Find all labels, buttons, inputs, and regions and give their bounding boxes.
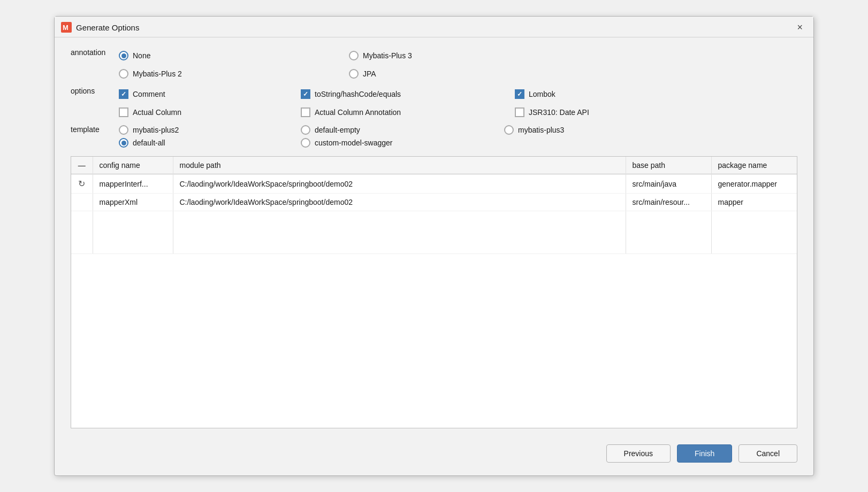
table-row[interactable]: ↻ mapperInterf... C:/laoding/work/IdeaWo… — [71, 174, 797, 194]
annotation-option-none[interactable]: None — [119, 48, 317, 63]
option-actual-column-label: Actual Column — [133, 108, 181, 117]
template-option-default-empty[interactable]: default-empty — [301, 125, 504, 135]
option-actual-column[interactable]: Actual Column — [119, 105, 301, 120]
checkbox-lombok[interactable]: ✓ — [515, 89, 524, 99]
annotation-none-label: None — [133, 51, 150, 60]
template-mybatis-plus3-label: mybatis-plus3 — [518, 126, 564, 134]
annotation-section: annotation None Mybatis-Plus 3 — [71, 48, 797, 81]
option-lombok[interactable]: ✓ Lombok — [515, 87, 697, 102]
table-cell-package-name-1: generator.mapper — [711, 174, 797, 194]
radio-mybatis-plus2[interactable] — [119, 69, 128, 79]
template-default-all-label: default-all — [133, 139, 165, 147]
annotation-option-jpa[interactable]: JPA — [349, 66, 531, 81]
template-option-custom-model-swagger[interactable]: custom-model-swagger — [301, 138, 461, 148]
template-custom-model-swagger-label: custom-model-swagger — [315, 139, 393, 147]
radio-none[interactable] — [119, 51, 128, 60]
annotation-mybatis-plus3-label: Mybatis-Plus 3 — [363, 51, 412, 60]
checkbox-tostring[interactable]: ✓ — [301, 89, 310, 99]
table-cell-package-name-2: mapper — [711, 194, 797, 211]
table-header-icon: — — [71, 157, 93, 174]
option-comment-label: Comment — [133, 90, 165, 98]
table-cell-config-name-2: mapperXml — [93, 194, 173, 211]
option-comment[interactable]: ✓ Comment — [119, 87, 301, 102]
radio-template-mybatis-plus2[interactable] — [119, 125, 128, 135]
table-cell-base-path-1: src/main/java — [626, 174, 711, 194]
dialog-icon: M — [61, 22, 72, 33]
table-row[interactable]: mapperXml C:/laoding/work/IdeaWorkSpace/… — [71, 194, 797, 211]
table-cell-base-path-2: src/main/resour... — [626, 194, 711, 211]
option-jsr310[interactable]: JSR310: Date API — [515, 105, 697, 120]
template-option-mybatis-plus2[interactable]: mybatis-plus2 — [119, 125, 301, 135]
template-option-default-all[interactable]: default-all — [119, 138, 301, 148]
radio-template-custom-model-swagger[interactable] — [301, 138, 310, 148]
title-bar: M Generate Options × — [55, 17, 813, 37]
table-header-config-name: config name — [93, 157, 173, 174]
radio-template-default-all[interactable] — [119, 138, 128, 148]
table-row-icon-1: ↻ — [71, 174, 93, 194]
options-section: options ✓ Comment ✓ toString/hashCode/ — [71, 87, 797, 120]
table-header-base-path: base path — [626, 157, 711, 174]
config-table: — config name module path base path pack… — [71, 156, 797, 428]
template-label: template — [71, 125, 119, 134]
radio-template-mybatis-plus3[interactable] — [504, 125, 514, 135]
template-section: template mybatis-plus2 default-empty myb… — [71, 125, 797, 148]
table-cell-config-name-1: mapperInterf... — [93, 174, 173, 194]
dialog-title: Generate Options — [76, 23, 795, 32]
table-cell-module-path-1: C:/laoding/work/IdeaWorkSpace/springboot… — [173, 174, 626, 194]
annotation-mybatis-plus2-label: Mybatis-Plus 2 — [133, 70, 182, 78]
option-lombok-label: Lombok — [529, 90, 555, 98]
table-header-module-path: module path — [173, 157, 626, 174]
table-cell-module-path-2: C:/laoding/work/IdeaWorkSpace/springboot… — [173, 194, 626, 211]
table-header-package-name: package name — [711, 157, 797, 174]
checkbox-actual-column[interactable] — [119, 107, 128, 117]
svg-text:M: M — [63, 24, 68, 32]
checkbox-actual-column-annotation[interactable] — [301, 107, 310, 117]
template-option-mybatis-plus3[interactable]: mybatis-plus3 — [504, 125, 665, 135]
finish-button[interactable]: Finish — [677, 444, 732, 463]
option-actual-column-annotation-label: Actual Column Annotation — [315, 108, 401, 117]
annotation-option-mybatis-plus3[interactable]: Mybatis-Plus 3 — [349, 48, 531, 63]
annotation-label: annotation — [71, 48, 119, 57]
checkbox-jsr310[interactable] — [515, 107, 524, 117]
option-tostring[interactable]: ✓ toString/hashCode/equals — [301, 87, 515, 102]
options-label: options — [71, 87, 119, 95]
cancel-button[interactable]: Cancel — [738, 444, 797, 463]
template-mybatis-plus2-label: mybatis-plus2 — [133, 126, 179, 134]
button-bar: Previous Finish Cancel — [55, 434, 813, 475]
option-jsr310-label: JSR310: Date API — [529, 108, 589, 117]
template-default-empty-label: default-empty — [315, 126, 360, 134]
table-row-icon-2 — [71, 194, 93, 211]
generate-options-dialog: M Generate Options × annotation None — [54, 16, 814, 476]
annotation-option-mybatis-plus2[interactable]: Mybatis-Plus 2 — [119, 66, 317, 81]
annotation-jpa-label: JPA — [363, 70, 376, 78]
radio-mybatis-plus3[interactable] — [349, 51, 359, 60]
option-actual-column-annotation[interactable]: Actual Column Annotation — [301, 105, 515, 120]
table-row-empty — [71, 211, 797, 254]
refresh-icon: ↻ — [78, 179, 85, 188]
option-tostring-label: toString/hashCode/equals — [315, 90, 401, 98]
checkbox-comment[interactable]: ✓ — [119, 89, 128, 99]
radio-template-default-empty[interactable] — [301, 125, 310, 135]
previous-button[interactable]: Previous — [606, 444, 671, 463]
close-button[interactable]: × — [795, 22, 805, 32]
radio-jpa[interactable] — [349, 69, 359, 79]
dialog-content: annotation None Mybatis-Plus 3 — [55, 37, 813, 434]
